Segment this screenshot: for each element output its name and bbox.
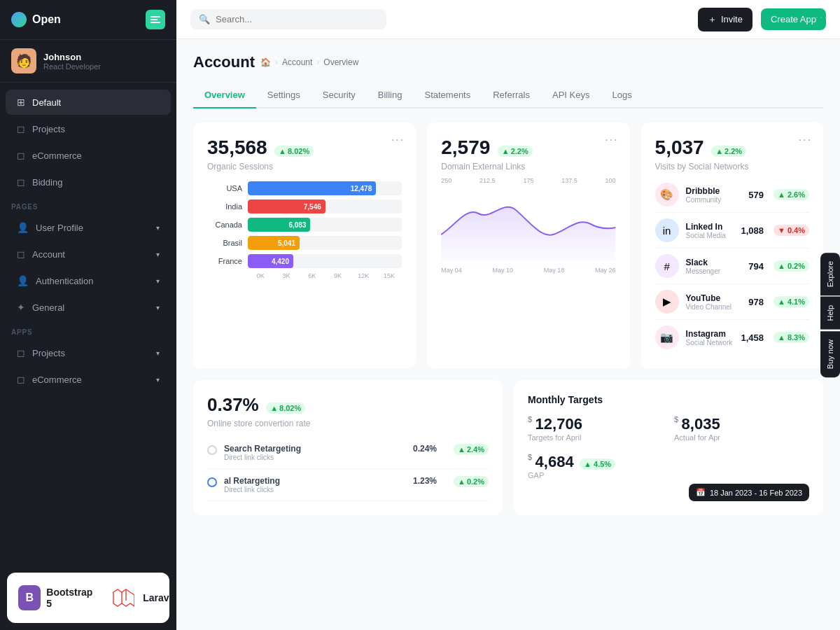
- sidebar-item-account[interactable]: ◻ Account ▾: [6, 241, 171, 267]
- sidebar-item-label: Projects: [32, 124, 160, 134]
- stat-card-social: ··· 5,037 ▲ 2.2% Visits by Social Networ…: [641, 122, 823, 369]
- retarg-badge: ▲ 2.4%: [454, 444, 489, 455]
- social-row-instagram: 📷 Instagram Social Network 1,458 ▲ 8.3%: [655, 320, 809, 355]
- general-icon: ✦: [17, 302, 25, 313]
- conversion-card: ··· 0.37% ▲ 8.02% Online store convertio…: [193, 380, 503, 515]
- badge-instagram: ▲ 8.3%: [774, 332, 809, 343]
- sidebar-item-label: Bidding: [32, 177, 160, 188]
- sidebar-header: Open: [0, 0, 176, 40]
- tab-logs[interactable]: Logs: [601, 83, 643, 108]
- badge-slack: ▲ 0.2%: [774, 260, 809, 272]
- social-row-linkedin: in Linked In Social Media 1,088 ▼ 0.4%: [655, 213, 809, 248]
- target-prefix: $: [674, 415, 678, 424]
- apps-section-label: APPS: [0, 321, 176, 339]
- search-icon: 🔍: [199, 14, 210, 24]
- user-info: Johnson React Developer: [43, 52, 101, 71]
- projects-icon: ◻: [17, 123, 25, 134]
- sidebar-item-bidding[interactable]: ◻ Bidding: [6, 169, 171, 195]
- sidebar-item-label: General: [32, 302, 149, 313]
- user-name: Johnson: [43, 52, 101, 62]
- chevron-down-icon: ▾: [156, 251, 160, 258]
- arrow-up-icon: ▲: [715, 147, 723, 155]
- laravel-label: Laravel: [143, 592, 176, 603]
- sidebar-item-user-profile[interactable]: 👤 User Profile ▾: [6, 215, 171, 240]
- sidebar-item-general[interactable]: ✦ General ▾: [6, 295, 171, 320]
- tab-settings[interactable]: Settings: [256, 83, 312, 108]
- target-label: Targets for April: [528, 433, 663, 442]
- svg-rect-2: [150, 22, 160, 23]
- tab-statements[interactable]: Statements: [413, 83, 482, 108]
- target-value: 12,706: [536, 415, 582, 433]
- retargeting-list: Search Retargeting Direct link clicks 0.…: [207, 437, 489, 501]
- stat-card-domain: ··· 2,579 ▲ 2.2% Domain External Links 2…: [427, 122, 629, 369]
- social-list: 🎨 Dribbble Community 579 ▲ 2.6% in Linke…: [655, 177, 809, 355]
- right-side-buttons: Explore Help Buy now: [820, 253, 840, 377]
- stat-card-organic: ··· 35,568 ▲ 8.02% Organic Sessions USA …: [193, 122, 416, 369]
- youtube-icon: ▶: [655, 290, 679, 314]
- sidebar-item-label: eCommerce: [32, 150, 160, 161]
- sidebar-item-apps-ecommerce[interactable]: ◻ eCommerce ▾: [6, 367, 171, 392]
- conv-label: Online store convertion rate: [207, 419, 489, 428]
- instagram-icon: 📷: [655, 326, 679, 349]
- social-row-youtube: ▶ YouTube Video Channel 978 ▲ 4.1%: [655, 284, 809, 320]
- date-badge: 📅 18 Jan 2023 - 16 Feb 2023: [689, 484, 809, 501]
- tab-api-keys[interactable]: API Keys: [541, 83, 601, 108]
- tabs: Overview Settings Security Billing State…: [193, 83, 823, 108]
- ecommerce-icon: ◻: [17, 150, 25, 161]
- stat-menu-btn[interactable]: ···: [605, 134, 618, 146]
- radio-icon: [207, 477, 217, 487]
- sidebar-item-projects[interactable]: ◻ Projects: [6, 116, 171, 141]
- sidebar-logo: Open: [11, 12, 61, 27]
- stat-menu-btn[interactable]: ···: [391, 134, 405, 146]
- app-name: Open: [32, 13, 61, 26]
- pages-section-label: PAGES: [0, 196, 176, 214]
- sidebar-item-apps-projects[interactable]: ◻ Projects ▾: [6, 340, 171, 365]
- chevron-down-icon: ▾: [156, 224, 160, 232]
- stat-menu-btn[interactable]: ···: [799, 134, 812, 146]
- retarg-badge: ▲ 0.2%: [454, 476, 489, 487]
- retarg-name: al Retargeting: [224, 476, 406, 486]
- tab-billing[interactable]: Billing: [367, 83, 414, 108]
- explore-button[interactable]: Explore: [820, 253, 840, 295]
- sidebar-item-authentication[interactable]: 👤 Authentication ▾: [6, 268, 171, 293]
- avatar: 🧑: [11, 48, 36, 74]
- search-box[interactable]: 🔍: [190, 9, 386, 29]
- tab-referrals[interactable]: Referrals: [482, 83, 541, 108]
- invite-button[interactable]: ＋ Invite: [698, 8, 752, 31]
- target-label: Actual for Apr: [674, 433, 809, 442]
- stat-label: Domain External Links: [441, 162, 615, 172]
- invite-label: Invite: [721, 14, 743, 24]
- sidebar-item-default[interactable]: ⊞ Default: [6, 90, 171, 115]
- social-row-dribbble: 🎨 Dribbble Community 579 ▲ 2.6%: [655, 177, 809, 213]
- tab-overview[interactable]: Overview: [193, 83, 256, 108]
- retarg-sub: Direct link clicks: [224, 454, 406, 461]
- buy-now-button[interactable]: Buy now: [820, 331, 840, 377]
- breadcrumb-sep: ›: [316, 57, 319, 67]
- search-input[interactable]: [216, 14, 370, 24]
- sidebar-item-label: Authentication: [36, 276, 149, 286]
- tab-security[interactable]: Security: [312, 83, 367, 108]
- grid-icon: ⊞: [17, 97, 25, 108]
- bidding-icon: ◻: [17, 176, 25, 188]
- svg-rect-1: [150, 19, 158, 20]
- arrow-up-icon: ▲: [279, 147, 286, 155]
- page-content: Account 🏠 › Account › Overview Overview …: [176, 39, 840, 630]
- stat-value: 35,568: [207, 136, 267, 158]
- topbar: 🔍 ＋ Invite Create App: [176, 0, 840, 39]
- sidebar-item-ecommerce[interactable]: ◻ eCommerce: [6, 143, 171, 168]
- sidebar-toggle-btn[interactable]: [146, 10, 165, 29]
- calendar-icon: 📅: [696, 488, 706, 497]
- retarg-name: Search Retargeting: [224, 444, 406, 454]
- breadcrumb-overview: Overview: [323, 57, 358, 67]
- page-title: Account: [193, 53, 255, 71]
- bar-chart-section: USA 12,478 India 7,546 Canada 6,083 Bras…: [207, 181, 402, 279]
- bootstrap-icon: B: [18, 585, 41, 610]
- retarg-pct: 1.23%: [413, 476, 437, 486]
- target-item-3: $ 4,684 ▲ 4.5% GAP: [528, 453, 663, 479]
- logo-icon: [11, 12, 27, 27]
- help-button[interactable]: Help: [820, 297, 840, 330]
- conv-value: 0.37%: [207, 394, 259, 415]
- apps-projects-icon: ◻: [17, 347, 25, 358]
- targets-title: Monthly Targets: [528, 394, 809, 405]
- stat-value: 2,579: [441, 136, 490, 158]
